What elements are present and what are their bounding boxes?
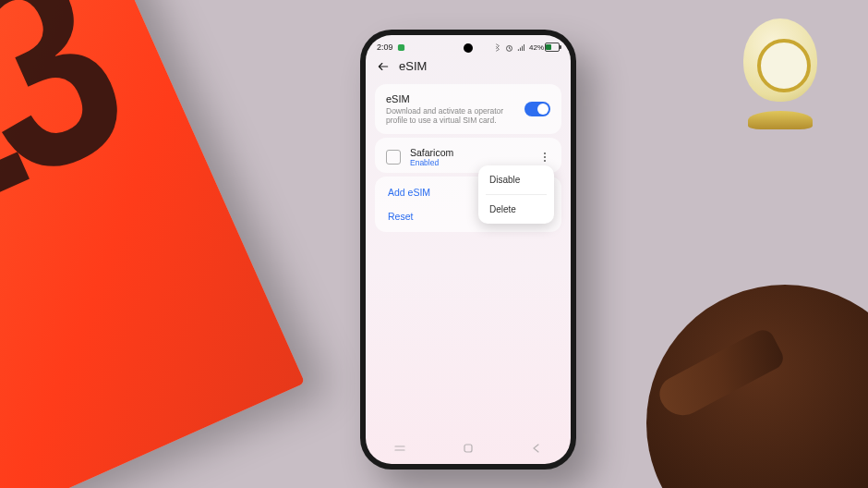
- status-time: 2:09: [377, 43, 393, 52]
- box-numerals: 13: [0, 0, 151, 291]
- phone-screen: 2:09 42% eSIM: [366, 35, 571, 464]
- esim-toggle-title: eSIM: [386, 93, 515, 104]
- navigation-bar: [366, 438, 571, 458]
- battery-text: 42%: [529, 43, 544, 52]
- esim-toggle-subtitle: Download and activate a operator profile…: [386, 106, 515, 125]
- desk-clock: [739, 18, 822, 129]
- svg-rect-0: [397, 43, 404, 50]
- signal-icon: [517, 43, 525, 52]
- alarm-icon: [505, 43, 513, 52]
- menu-disable[interactable]: Disable: [478, 165, 554, 194]
- app-indicator-icon: [397, 43, 405, 52]
- sim-list-card: Safaricom Enabled Disable Delete: [375, 138, 561, 173]
- back-icon[interactable]: [377, 60, 390, 73]
- page-header: eSIM: [366, 54, 571, 80]
- menu-delete[interactable]: Delete: [478, 195, 554, 224]
- esim-toggle[interactable]: [524, 102, 550, 116]
- back-nav-icon[interactable]: [531, 443, 542, 454]
- sim-context-menu: Disable Delete: [478, 165, 554, 224]
- sim-name: Safaricom: [410, 147, 530, 158]
- svg-rect-2: [464, 445, 472, 452]
- phone-frame: 2:09 42% eSIM: [360, 30, 576, 470]
- home-icon[interactable]: [463, 443, 474, 454]
- more-icon[interactable]: [539, 152, 550, 162]
- hand: [628, 248, 868, 488]
- product-box: 13: [0, 0, 305, 488]
- recents-icon[interactable]: [394, 443, 405, 454]
- camera-punch-hole: [464, 43, 473, 53]
- bluetooth-icon: [493, 43, 501, 52]
- battery-indicator: 42%: [529, 43, 560, 52]
- scene: 13 2:09 42%: [0, 0, 868, 488]
- page-title: eSIM: [399, 59, 427, 73]
- battery-fill: [546, 44, 551, 50]
- sim-row[interactable]: Safaricom Enabled: [386, 147, 550, 167]
- sim-icon: [386, 150, 401, 165]
- esim-toggle-card: eSIM Download and activate a operator pr…: [375, 84, 561, 134]
